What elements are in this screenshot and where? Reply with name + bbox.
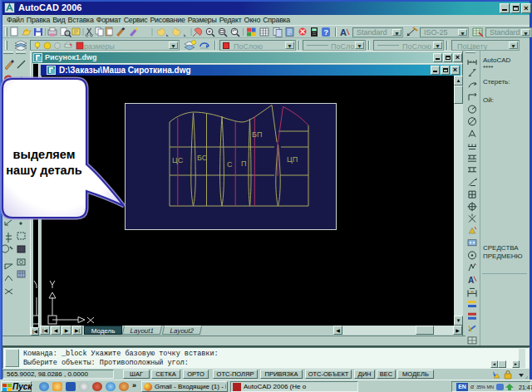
svg-text:ЦП: ЦП [287, 155, 298, 164]
svg-text:П: П [241, 159, 246, 168]
svg-text:нашу деталь: нашу деталь [6, 164, 81, 177]
svg-text:A: A [340, 27, 347, 37]
svg-text:?: ? [324, 28, 329, 37]
svg-text:БС: БС [197, 154, 208, 162]
svg-text:БП: БП [252, 130, 262, 139]
svg-text:выделяем: выделяем [13, 148, 76, 161]
svg-text:С: С [227, 160, 233, 169]
svg-text:A: A [468, 276, 474, 285]
svg-text:ЦС: ЦС [172, 156, 184, 164]
